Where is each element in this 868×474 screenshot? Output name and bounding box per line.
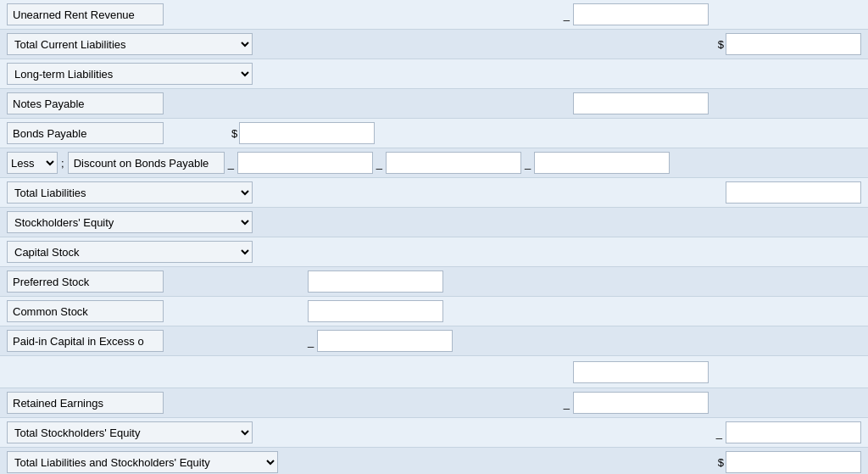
input-notes-payable[interactable]	[573, 92, 709, 114]
label-retained-earnings: Retained Earnings	[7, 392, 164, 414]
input-total-liabilities[interactable]	[726, 181, 861, 204]
row-total-liabilities: Total Liabilities	[0, 178, 868, 208]
row-capital-stock: Capital Stock	[0, 237, 868, 267]
row-total-stockholders: Total Stockholders' Equity _	[0, 418, 868, 448]
row-retained-earnings: Retained Earnings _	[0, 388, 868, 418]
input-common-stock[interactable]	[308, 300, 443, 322]
input-unearned-col3[interactable]	[573, 3, 709, 25]
row-discount-bonds: Less ; Discount on Bonds Payable _ _ _	[0, 148, 868, 178]
dollar-bonds: $	[231, 127, 237, 140]
label-discount: Discount on Bonds Payable	[68, 152, 225, 174]
input-discount2[interactable]	[386, 152, 521, 174]
dash-total-stockholders: _	[716, 427, 722, 439]
row-stockholders-equity: Stockholders' Equity	[0, 208, 868, 237]
select-capital-stock[interactable]: Capital Stock	[7, 241, 253, 263]
row-total-current: Total Current Liabilities $	[0, 30, 868, 59]
input-capital-subtotal[interactable]	[573, 361, 709, 383]
label-notes-payable: Notes Payable	[7, 92, 164, 114]
dash-discount3: _	[525, 157, 531, 170]
input-paid-in-capital[interactable]	[317, 330, 453, 352]
dash-col3: _	[564, 8, 570, 21]
label-unearned-rent: Unearned Rent Revenue	[7, 3, 164, 25]
row-notes-payable: Notes Payable	[0, 89, 868, 119]
dollar-total-liab: $	[718, 456, 724, 469]
input-preferred-stock[interactable]	[308, 270, 443, 293]
row-bonds-payable: Bonds Payable $	[0, 119, 868, 148]
label-bonds-payable: Bonds Payable	[7, 122, 164, 144]
dash-discount1: _	[228, 157, 234, 170]
input-discount3[interactable]	[534, 152, 670, 174]
row-unearned-rent: Unearned Rent Revenue _	[0, 0, 868, 30]
dash-retained: _	[564, 397, 570, 410]
row-preferred-stock: Preferred Stock	[0, 267, 868, 297]
dash-discount2: _	[376, 157, 382, 170]
input-bonds-payable[interactable]	[239, 122, 375, 144]
select-total-current[interactable]: Total Current Liabilities	[7, 33, 253, 55]
row-blank-subtotal	[0, 356, 868, 388]
input-total-stockholders[interactable]	[726, 421, 861, 443]
select-total-liab-stockholders[interactable]: Total Liabilities and Stockholders' Equi…	[7, 451, 278, 473]
input-total-current[interactable]	[726, 33, 861, 55]
input-total-liab-stockholders[interactable]	[726, 451, 861, 473]
separator: ;	[61, 157, 64, 170]
row-paid-in-capital: Paid-in Capital in Excess o _	[0, 326, 868, 356]
main-container: Unearned Rent Revenue _ Total Current Li…	[0, 0, 868, 474]
label-paid-in-capital: Paid-in Capital in Excess o	[7, 330, 164, 352]
select-less[interactable]: Less	[7, 152, 58, 174]
row-common-stock: Common Stock	[0, 297, 868, 326]
select-total-liabilities[interactable]: Total Liabilities	[7, 181, 253, 204]
row-long-term: Long-term Liabilities	[0, 59, 868, 89]
label-common-stock: Common Stock	[7, 300, 164, 322]
select-total-stockholders[interactable]: Total Stockholders' Equity	[7, 421, 253, 443]
label-preferred-stock: Preferred Stock	[7, 270, 164, 293]
select-long-term[interactable]: Long-term Liabilities	[7, 63, 253, 85]
input-discount1[interactable]	[237, 152, 373, 174]
dollar-total-current: $	[718, 38, 724, 51]
row-total-liab-stockholders: Total Liabilities and Stockholders' Equi…	[0, 448, 868, 474]
input-retained-earnings[interactable]	[573, 392, 709, 414]
select-stockholders-equity[interactable]: Stockholders' Equity	[7, 211, 253, 233]
dash-paid-in: _	[308, 335, 314, 348]
